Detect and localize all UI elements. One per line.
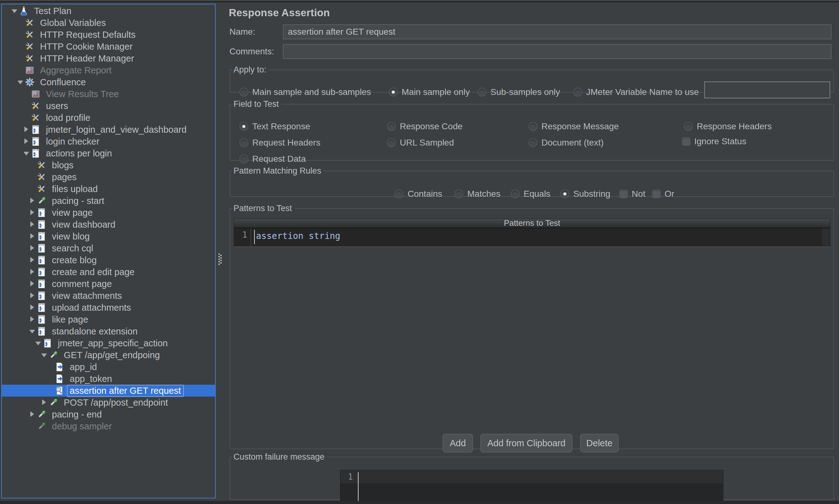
radio-equals[interactable]: Equals — [511, 188, 550, 200]
tree-item-assertion-after-get-request[interactable]: assertion after GET request — [2, 385, 215, 397]
tree-item-app-id[interactable]: app_id — [2, 361, 215, 373]
expander-expanded-icon[interactable] — [40, 351, 49, 359]
patterns-editor[interactable]: 1 assertion string — [234, 228, 830, 247]
checkbox-or[interactable]: Or — [652, 188, 674, 200]
expander-collapsed-icon[interactable] — [29, 220, 37, 229]
expander-collapsed-icon[interactable] — [29, 256, 37, 264]
checkbox-not[interactable]: Not — [619, 188, 646, 200]
tree-item-http-request-defaults[interactable]: HTTP Request Defaults — [2, 29, 215, 41]
expander-collapsed-icon[interactable] — [22, 126, 31, 134]
radio-icon — [455, 190, 463, 198]
tree-item-debug-sampler[interactable]: debug sampler — [2, 420, 215, 432]
radio-main-sample-and-sub-samples[interactable]: Main sample and sub-samples — [239, 86, 371, 98]
tree-item-login-checker[interactable]: login checker — [2, 136, 215, 147]
tree-item-pages[interactable]: pages — [2, 171, 215, 183]
tree-item-comment-page[interactable]: comment page — [2, 278, 215, 290]
expander-collapsed-icon[interactable] — [29, 304, 37, 312]
tree-item-post-app-post-endpoint[interactable]: POST /app/post_endpoint — [2, 397, 215, 409]
tree-item-label: users — [44, 101, 70, 111]
tree-item-aggregate-report[interactable]: Aggregate Report — [2, 64, 215, 76]
tree-item-users[interactable]: users — [2, 100, 215, 112]
tree-item-create-blog[interactable]: create blog — [2, 254, 215, 266]
radio-matches[interactable]: Matches — [455, 188, 500, 200]
tree-item-global-variables[interactable]: Global Variables — [2, 17, 215, 29]
tree-item-files-upload[interactable]: files upload — [2, 183, 215, 195]
expander-collapsed-icon[interactable] — [29, 280, 37, 288]
expander-spacer — [46, 363, 54, 371]
wrench-icon — [37, 172, 47, 182]
radio-icon — [387, 138, 396, 147]
name-input[interactable]: assertion after GET request — [283, 24, 832, 39]
tree-item-jmeter-login-and-view-dashboard[interactable]: jmeter_login_and_view_dashboard — [2, 124, 215, 136]
tree-item-like-page[interactable]: like page — [2, 313, 215, 325]
expander-collapsed-icon[interactable] — [40, 398, 49, 407]
expander-collapsed-icon[interactable] — [29, 292, 37, 300]
expander-collapsed-icon[interactable] — [29, 209, 37, 217]
expander-collapsed-icon[interactable] — [29, 232, 37, 240]
radio-document-text[interactable]: Document (text) — [529, 137, 604, 149]
radio-main-sample-only[interactable]: Main sample only — [389, 86, 470, 98]
tree-item-upload-attachments[interactable]: upload attachments — [2, 302, 215, 313]
radio-contains[interactable]: Contains — [395, 188, 442, 200]
custom-failure-message-editor[interactable]: 1 — [340, 470, 723, 504]
tree-item-view-dashboard[interactable]: view dashboard — [2, 219, 215, 231]
tree-item-pacing-end[interactable]: pacing - end — [2, 409, 215, 420]
expander-expanded-icon[interactable] — [11, 7, 19, 15]
apply-to-legend: Apply to: — [233, 65, 269, 75]
radio-response-headers[interactable]: Response Headers — [684, 120, 772, 133]
tree-item-app-token[interactable]: app_token — [2, 373, 215, 385]
controller-icon — [37, 243, 47, 253]
tree-item-label: comment page — [50, 278, 114, 289]
option-label: URL Sampled — [400, 138, 454, 148]
expander-collapsed-icon[interactable] — [29, 197, 37, 205]
expander-collapsed-icon[interactable] — [29, 316, 37, 324]
tree-item-label: standalone extension — [50, 326, 140, 337]
tree-item-view-page[interactable]: view page — [2, 207, 215, 219]
tree-item-test-plan[interactable]: Test Plan — [2, 5, 215, 17]
delete-button[interactable]: Delete — [580, 434, 619, 452]
jmeter-variable-input[interactable] — [704, 82, 830, 98]
tree-item-view-attachments[interactable]: view attachments — [2, 290, 215, 302]
splitter-grip-icon[interactable] — [218, 253, 223, 267]
tree-item-standalone-extension[interactable]: standalone extension — [2, 325, 215, 337]
tree-item-http-header-manager[interactable]: HTTP Header Manager — [2, 52, 215, 64]
radio-jmeter-variable-name-to-use[interactable]: JMeter Variable Name to use — [573, 86, 699, 98]
expander-expanded-icon[interactable] — [22, 149, 31, 157]
radio-response-message[interactable]: Response Message — [529, 120, 619, 133]
tree-item-pacing-start[interactable]: pacing - start — [2, 195, 215, 207]
tree-item-blogs[interactable]: blogs — [2, 159, 215, 171]
option-label: Matches — [467, 189, 500, 199]
radio-substring[interactable]: Substring — [561, 188, 610, 200]
expander-collapsed-icon[interactable] — [29, 268, 37, 276]
tree-item-view-results-tree[interactable]: View Results Tree — [2, 88, 215, 100]
tree-item-view-blog[interactable]: view blog — [2, 231, 215, 242]
tree-item-http-cookie-manager[interactable]: HTTP Cookie Manager — [2, 41, 215, 52]
add-button[interactable]: Add — [443, 434, 473, 452]
radio-sub-samples-only[interactable]: Sub-samples only — [478, 86, 560, 98]
tree-item-actions-per-login[interactable]: actions per login — [2, 147, 215, 159]
expander-collapsed-icon[interactable] — [29, 410, 37, 418]
tree-item-search-cql[interactable]: search cql — [2, 242, 215, 254]
expander-expanded-icon[interactable] — [29, 327, 37, 335]
expander-collapsed-icon[interactable] — [29, 244, 37, 252]
radio-response-code[interactable]: Response Code — [387, 120, 463, 133]
tree-item-create-and-edit-page[interactable]: create and edit page — [2, 266, 215, 278]
expander-expanded-icon[interactable] — [34, 339, 42, 347]
patterns-editor-scrollbar[interactable] — [822, 228, 829, 246]
tree-item-jmeter-app-specific-action[interactable]: jmeter_app_specific_action — [2, 337, 215, 349]
expander-expanded-icon[interactable] — [17, 78, 25, 86]
add-from-clipboard-button[interactable]: Add from Clipboard — [480, 434, 572, 452]
expander-collapsed-icon[interactable] — [22, 138, 31, 145]
radio-url-sampled[interactable]: URL Sampled — [387, 137, 454, 149]
tree-item-confluence[interactable]: Confluence — [2, 76, 215, 88]
checkbox-ignore-status[interactable]: Ignore Status — [682, 135, 747, 148]
radio-request-data[interactable]: Request Data — [239, 153, 306, 165]
tree-item-get-app-get-endpoing[interactable]: GET /app/get_endpoing — [2, 349, 215, 361]
comments-input[interactable] — [283, 44, 832, 59]
controller-icon — [37, 219, 47, 230]
tree-item-load-profile[interactable]: load profile — [2, 112, 215, 124]
radio-text-response[interactable]: Text Response — [239, 120, 310, 133]
gear-icon — [25, 77, 35, 87]
radio-request-headers[interactable]: Request Headers — [239, 137, 321, 149]
expander-spacer — [22, 102, 31, 110]
